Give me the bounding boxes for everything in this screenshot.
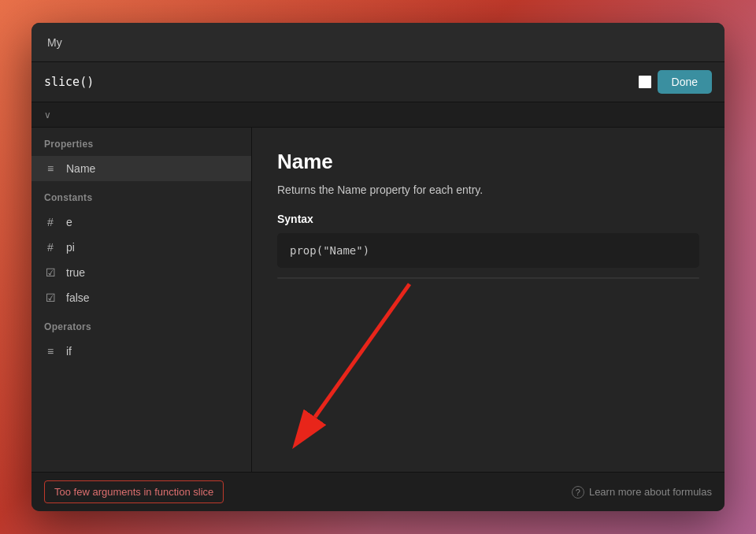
name-icon: ≡: [44, 162, 57, 175]
formula-input-display[interactable]: slice(): [44, 75, 94, 89]
collapse-icon: ∨: [44, 109, 51, 121]
sidebar-item-e-label: e: [66, 216, 72, 228]
sidebar-item-false-label: false: [66, 291, 90, 304]
false-icon: ☑: [44, 291, 57, 304]
constants-section-header: Constants: [32, 181, 251, 210]
help-text: Learn more about formulas: [589, 486, 712, 498]
collapse-bar[interactable]: ∨: [32, 102, 724, 128]
title-bar: My: [32, 23, 724, 62]
panel-spacer: [277, 285, 699, 456]
true-icon: ☑: [44, 266, 57, 279]
properties-section-header: Properties: [32, 128, 251, 156]
help-link[interactable]: ? Learn more about formulas: [572, 486, 712, 499]
formula-bar: slice() Done: [32, 62, 724, 102]
sidebar-item-false[interactable]: ☑ false: [32, 285, 251, 310]
syntax-code-block: prop("Name"): [277, 233, 699, 268]
pi-icon: #: [44, 241, 57, 254]
operators-section-header: Operators: [32, 310, 251, 339]
e-icon: #: [44, 216, 57, 228]
syntax-label: Syntax: [277, 213, 699, 225]
sidebar-item-if[interactable]: ≡ if: [32, 339, 251, 364]
sidebar-item-e[interactable]: # e: [32, 210, 251, 235]
right-detail-panel: Name Returns the Name property for each …: [252, 128, 724, 472]
formula-editor-modal: My slice() Done ∨ Properties ≡ Name Cons…: [32, 23, 724, 511]
help-icon: ?: [572, 486, 584, 499]
sidebar-item-name[interactable]: ≡ Name: [32, 156, 251, 181]
modal-title: My: [47, 36, 62, 49]
sidebar-item-if-label: if: [66, 345, 72, 358]
detail-description: Returns the Name property for each entry…: [277, 182, 699, 198]
sidebar-item-true-label: true: [66, 266, 85, 279]
sidebar-item-true[interactable]: ☑ true: [32, 260, 251, 285]
if-icon: ≡: [44, 345, 57, 358]
sidebar: Properties ≡ Name Constants # e # pi ☑ t…: [32, 128, 252, 472]
done-button[interactable]: Done: [658, 70, 712, 94]
white-box-indicator: [639, 76, 651, 88]
bottom-bar: Too few arguments in function slice ? Le…: [32, 472, 724, 511]
main-content: Properties ≡ Name Constants # e # pi ☑ t…: [32, 128, 724, 472]
sidebar-item-name-label: Name: [66, 162, 95, 175]
error-message: Too few arguments in function slice: [44, 480, 224, 503]
detail-title: Name: [277, 150, 699, 174]
sidebar-item-pi[interactable]: # pi: [32, 235, 251, 260]
sidebar-item-pi-label: pi: [66, 241, 75, 254]
syntax-divider: [277, 277, 699, 279]
